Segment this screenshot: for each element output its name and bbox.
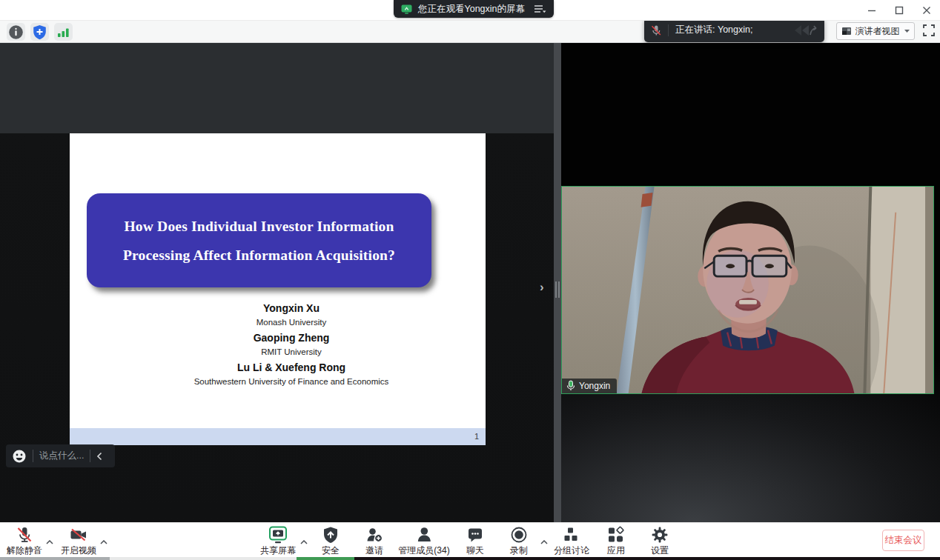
smiley-icon [12, 449, 27, 464]
maximize-button[interactable] [885, 0, 913, 21]
toolbar-item-label: 解除静音 [7, 544, 42, 557]
toolbar-item-breakout[interactable]: 分组讨论 [554, 526, 589, 557]
toolbar-item-settings[interactable]: 设置 [651, 526, 669, 557]
slide-authors: Yongxin Xu Monash University Gaoping Zhe… [97, 302, 486, 391]
security-shield-icon [32, 24, 47, 40]
camera-off-icon [70, 526, 87, 544]
chevron-up-icon [100, 540, 107, 544]
participant-video-tile[interactable]: Yongxin [561, 186, 934, 394]
webcam-video-frame [562, 187, 933, 393]
video-menu-chevron[interactable] [100, 534, 107, 547]
toolbar-item-label: 管理成员(34) [398, 544, 449, 557]
author-name: Gaoping Zheng [97, 332, 486, 344]
close-icon [922, 6, 931, 15]
toolbar-item-apps[interactable]: 应用 [607, 526, 626, 557]
author-affiliation: RMIT University [97, 347, 486, 356]
toolbar-item-label: 分组讨论 [554, 544, 589, 557]
toolbar-item-label: 应用 [607, 544, 625, 557]
fullscreen-icon [922, 24, 936, 37]
divider [90, 450, 90, 462]
author-affiliation: Southwestern University of Finance and E… [97, 377, 486, 386]
collapse-chat-button[interactable] [96, 452, 102, 461]
toolbar-item-label: 共享屏幕 [260, 544, 296, 557]
mic-muted-icon [650, 24, 662, 36]
encryption-button[interactable] [30, 23, 49, 41]
toolbar-item-label: 聊天 [466, 544, 484, 557]
speaker-history-arrows-icon [790, 23, 818, 38]
mic-muted-icon [16, 526, 33, 544]
end-meeting-button[interactable]: 结束会议 [882, 530, 924, 551]
participants-icon [415, 526, 433, 544]
active-speaker-banner: 正在讲话: Yongxin; [644, 18, 824, 42]
quick-chat-bar: 说点什么... [6, 444, 115, 467]
toolbar-item-label: 设置 [651, 544, 669, 557]
toolbar-item-unmute[interactable]: 解除静音 [2, 526, 47, 557]
toolbar-item-label: 开启视频 [61, 544, 96, 557]
chevron-up-icon [46, 540, 53, 544]
status-bar: 正在讲话: Yongxin; 演讲者视图 [0, 21, 940, 43]
chevron-up-icon [540, 540, 548, 544]
shared-slide: How Does Individual Investor Information… [70, 133, 486, 445]
meeting-window: 您正在观看Yongxin的屏幕 [0, 0, 940, 560]
settings-icon [651, 526, 669, 544]
list-menu-icon [534, 4, 546, 14]
expand-panel-chevron[interactable]: › [540, 281, 544, 293]
slide-page-number: 1 [474, 432, 479, 441]
record-icon [510, 526, 528, 544]
bottom-edge-strip [0, 557, 940, 560]
chevron-down-icon [904, 29, 910, 33]
chevron-up-icon [300, 540, 308, 544]
watching-banner: 您正在观看Yongxin的屏幕 [394, 0, 554, 18]
maximize-icon [895, 6, 904, 15]
fullscreen-button[interactable] [921, 23, 936, 38]
participant-name: Yongxin [579, 381, 610, 391]
toolbar-item-participants[interactable]: 管理成员(34) [398, 526, 449, 557]
toolbar-item-label: 邀请 [365, 544, 383, 557]
share-menu-chevron[interactable] [300, 534, 308, 547]
network-signal-icon [56, 27, 70, 38]
participant-name-label: Yongxin [562, 379, 617, 393]
window-controls [858, 0, 940, 21]
screen-share-green-icon [401, 4, 412, 14]
breakout-icon [563, 526, 580, 544]
toolbar-item-share-screen[interactable]: 共享屏幕 [260, 526, 296, 557]
toolbar-item-invite[interactable]: 邀请 [365, 526, 383, 557]
chevron-left-icon [96, 452, 102, 461]
main-area: How Does Individual Investor Information… [0, 43, 940, 522]
toolbar-item-label: 安全 [322, 544, 340, 557]
meeting-info-button[interactable] [7, 23, 25, 41]
emoji-button[interactable] [12, 449, 27, 464]
toolbar-item-security[interactable]: 安全 [322, 526, 340, 557]
meeting-toolbar: 解除静音 开启视频 [0, 522, 940, 557]
toolbar-item-start-video[interactable]: 开启视频 [56, 526, 101, 557]
record-menu-chevron[interactable] [540, 534, 548, 547]
unmute-menu-chevron[interactable] [46, 534, 53, 547]
meeting-info-icons [7, 23, 73, 41]
author-name: Yongxin Xu [97, 302, 486, 314]
quick-chat-input[interactable]: 说点什么... [39, 450, 84, 462]
view-switcher-label: 演讲者视图 [855, 25, 900, 38]
info-icon [8, 24, 24, 40]
mic-active-icon [566, 380, 575, 391]
banner-menu-button[interactable] [534, 4, 546, 14]
minimize-icon [867, 6, 876, 15]
toolbar-item-record[interactable]: 录制 [510, 526, 528, 557]
author-affiliation: Monash University [97, 318, 486, 327]
toolbar-item-chat[interactable]: 聊天 [466, 526, 484, 557]
slide-title-line1: How Does Individual Investor Information [87, 212, 431, 241]
watching-banner-text: 您正在观看Yongxin的屏幕 [418, 3, 525, 16]
apps-icon [607, 526, 626, 544]
shared-screen-pane: How Does Individual Investor Information… [0, 43, 554, 522]
chat-icon [466, 526, 484, 544]
speaker-view-icon [841, 26, 852, 36]
view-switcher-button[interactable]: 演讲者视图 [836, 22, 915, 40]
slide-title-box: How Does Individual Investor Information… [87, 193, 431, 287]
close-button[interactable] [913, 0, 940, 21]
slide-footer-bar: 1 [70, 428, 486, 445]
divider [668, 24, 669, 36]
invite-icon [365, 526, 383, 544]
network-quality-button[interactable] [54, 23, 73, 41]
minimize-button[interactable] [858, 0, 885, 21]
pane-splitter[interactable] [554, 43, 561, 522]
author-name: Lu Li & Xuefeng Rong [97, 361, 486, 373]
